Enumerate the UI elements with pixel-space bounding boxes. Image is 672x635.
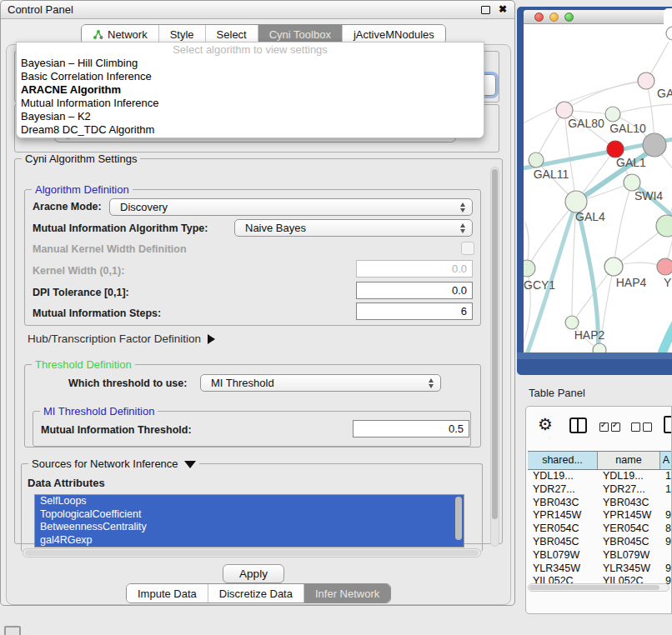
dpi-tolerance-field[interactable]	[356, 282, 473, 299]
attribute-list-item[interactable]: TopologicalCoefficient	[35, 508, 464, 522]
aracne-mode-combo[interactable]: Discovery	[109, 198, 473, 216]
list-scrollbar-thumb[interactable]	[455, 497, 462, 540]
scrollbar-thumb[interactable]	[25, 550, 479, 556]
settings-vertical-scrollbar[interactable]	[490, 167, 499, 547]
network-node[interactable]	[593, 343, 606, 352]
close-traffic-light-icon[interactable]	[534, 12, 544, 22]
node-label: GAL80	[568, 117, 604, 130]
attribute-list-item[interactable]: gal4RGexp	[35, 534, 464, 548]
kernel-width-field[interactable]	[356, 260, 473, 278]
collapse-arrow-icon[interactable]	[184, 461, 196, 468]
float-window-icon[interactable]	[481, 6, 490, 14]
tab-infer-network[interactable]: Infer Network	[303, 584, 390, 602]
table-row[interactable]: YDL19...YDL19...13	[528, 470, 672, 483]
expand-arrow-icon[interactable]	[208, 334, 215, 344]
network-edge[interactable]	[527, 202, 576, 268]
table-cell: YER054C	[598, 522, 660, 536]
minimize-traffic-light-icon[interactable]	[549, 12, 559, 22]
table-horizontal-scrollbar[interactable]	[528, 583, 669, 592]
network-node[interactable]	[565, 316, 579, 329]
network-node[interactable]	[524, 260, 535, 277]
network-edge[interactable]	[614, 182, 632, 267]
table-row[interactable]: YBR045CYBR045C9.	[528, 536, 672, 549]
sources-legend[interactable]: Sources for Network Inference	[28, 458, 199, 470]
attribute-list-item[interactable]: BetweennessCentrality	[35, 521, 464, 534]
table-cell: YBR045C	[528, 536, 598, 549]
attribute-list-item[interactable]: SelfLoops	[35, 495, 464, 508]
tab-label: Impute Data	[138, 588, 197, 600]
network-node[interactable]	[643, 133, 666, 157]
network-node[interactable]	[657, 258, 672, 275]
tab-cyni-toolbox[interactable]: Cyni Toolbox	[258, 25, 342, 43]
tab-impute-data[interactable]: Impute Data	[127, 584, 208, 602]
tab-jactivemnodules[interactable]: jActiveMNodules	[342, 25, 445, 43]
tab-label: jActiveMNodules	[354, 28, 434, 41]
table-cell: YER054C	[528, 522, 598, 536]
manual-kernel-checkbox[interactable]	[461, 242, 474, 255]
close-window-icon[interactable]: ✖	[499, 3, 507, 15]
tab-discretize-data[interactable]: Discretize Data	[208, 584, 303, 602]
hub-definition-toggle[interactable]: Hub/Transcription Factor Definition	[28, 332, 215, 345]
network-edge[interactable]	[613, 104, 672, 114]
control-panel-window: Control Panel ✖ NetworkStyleSelectCyni T…	[0, 0, 515, 606]
table-cell: 9.	[660, 509, 672, 522]
algorithm-option[interactable]: ARACNE Algorithm	[17, 83, 484, 97]
column-header[interactable]: A	[660, 452, 672, 469]
canvas-corner-overlay	[664, 8, 672, 42]
node-label: Y	[664, 276, 672, 289]
mi-threshold-legend: MI Threshold Definition	[40, 405, 158, 418]
network-node[interactable]	[638, 72, 654, 89]
network-canvas[interactable]: GALGAL80GAL10GAL1GAL11SWI4GAL4GCY1HAP4YH…	[524, 24, 672, 352]
which-threshold-combo[interactable]: MI Threshold	[200, 374, 441, 392]
network-node[interactable]	[556, 102, 573, 118]
algorithm-option[interactable]: Dream8 DC_TDC Algorithm	[17, 123, 484, 137]
mi-steps-field[interactable]	[356, 302, 473, 320]
settings-horizontal-scrollbar[interactable]	[23, 548, 481, 558]
table-cell: YBR045C	[598, 536, 660, 549]
unselect-all-checks-icon[interactable]	[631, 420, 654, 435]
mi-threshold-field[interactable]	[353, 420, 469, 438]
network-node[interactable]	[529, 152, 544, 168]
table-row[interactable]: YER054CYER054C8.	[528, 522, 672, 536]
data-attributes-label: Data Attributes	[28, 477, 105, 489]
network-edge[interactable]	[564, 81, 646, 110]
network-node[interactable]	[656, 215, 672, 237]
algorithm-option[interactable]: Basic Correlation Inference	[17, 70, 484, 83]
tab-select[interactable]: Select	[205, 25, 258, 43]
table-row[interactable]: YDR27...YDR27...12	[528, 483, 672, 497]
table-row[interactable]: YPR145WYPR145W9.	[528, 509, 672, 522]
select-all-checks-icon[interactable]	[599, 420, 623, 435]
scrollbar-thumb[interactable]	[492, 169, 498, 519]
tab-style[interactable]: Style	[158, 25, 205, 43]
data-attributes-list[interactable]: SelfLoopsTopologicalCoefficientBetweenne…	[34, 494, 464, 548]
sources-legend-text: Sources for Network Inference	[32, 458, 178, 470]
new-column-icon[interactable]	[664, 416, 672, 433]
tab-network[interactable]: Network	[82, 25, 158, 43]
network-node[interactable]	[624, 174, 640, 191]
table-cell: YDL19...	[598, 470, 660, 483]
table-rows: YDL19...YDL19...13YDR27...YDR27...12YBR0…	[528, 470, 672, 587]
algorithm-option[interactable]: Bayesian – K2	[17, 110, 484, 123]
network-edge-highlighted[interactable]	[652, 317, 672, 352]
network-node[interactable]	[607, 141, 624, 158]
table-cell: YLR345W	[598, 562, 660, 576]
network-node[interactable]	[604, 258, 623, 276]
column-header[interactable]: shared...	[528, 452, 598, 469]
network-node[interactable]	[605, 107, 620, 122]
dock-panel-icon[interactable]	[4, 626, 21, 635]
algorithm-option[interactable]: Bayesian – Hill Climbing	[17, 57, 484, 70]
table-row[interactable]: YBL079WYBL079W	[528, 549, 672, 562]
zoom-traffic-light-icon[interactable]	[564, 12, 574, 22]
scrollbar-thumb[interactable]	[529, 585, 659, 590]
algorithm-option[interactable]: Mutual Information Inference	[17, 97, 484, 110]
mi-type-combo[interactable]: Naive Bayes	[234, 219, 473, 237]
table-cell: YDR27...	[528, 483, 598, 497]
apply-button[interactable]: Apply	[223, 564, 284, 583]
gear-icon[interactable]: ⚙	[538, 414, 553, 434]
column-header[interactable]: name	[598, 452, 660, 469]
window-title: Control Panel	[8, 3, 73, 16]
table-cell: YBR043C	[598, 497, 660, 510]
split-panel-icon[interactable]	[569, 418, 587, 433]
table-row[interactable]: YLR345WYLR345W9.	[528, 562, 672, 576]
table-row[interactable]: YBR043CYBR043C	[528, 497, 672, 510]
